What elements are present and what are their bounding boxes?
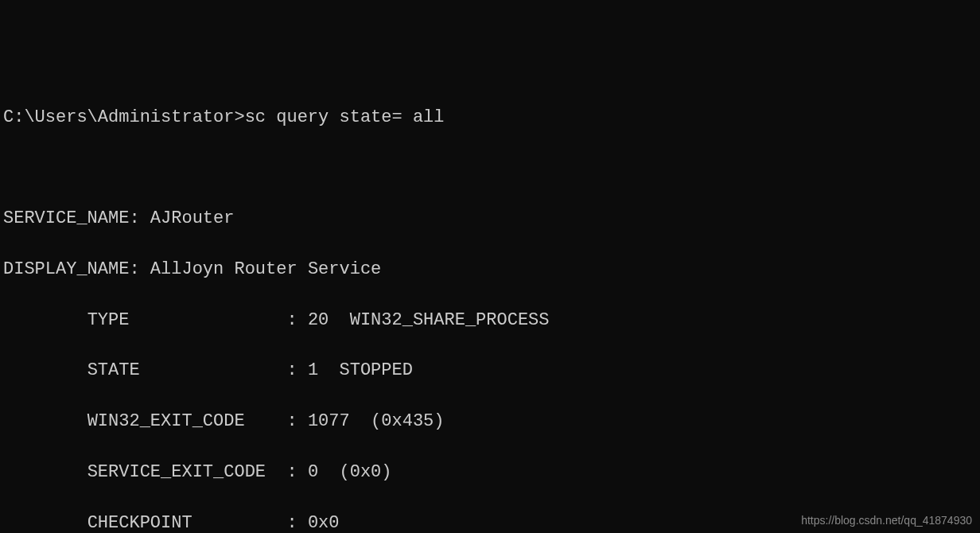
field-value: 1077 (0x435): [308, 411, 445, 431]
field-line: WIN32_EXIT_CODE : 1077 (0x435): [3, 409, 980, 434]
command-prompt-line: C:\Users\Administrator>sc query state= a…: [3, 105, 980, 130]
service-name-line: SERVICE_NAME: AJRouter: [3, 206, 980, 231]
service-name-value: AJRouter: [150, 208, 235, 228]
display-name-value: AllJoyn Router Service: [150, 259, 381, 279]
field-value: 0x0: [308, 513, 340, 533]
display-name-label: DISPLAY_NAME:: [3, 259, 140, 279]
field-label: CHECKPOINT: [88, 513, 192, 533]
field-line: TYPE : 20 WIN32_SHARE_PROCESS: [3, 308, 980, 333]
field-label: WIN32_EXIT_CODE: [88, 411, 245, 431]
watermark-text: https://blog.csdn.net/qq_41874930: [801, 512, 972, 528]
display-name-line: DISPLAY_NAME: AllJoyn Router Service: [3, 257, 980, 282]
command-text: sc query state= all: [245, 107, 445, 127]
field-label: SERVICE_EXIT_CODE: [88, 462, 266, 482]
field-label: STATE: [88, 360, 140, 380]
field-label: TYPE: [88, 310, 130, 330]
prompt-path: C:\Users\Administrator>: [3, 107, 245, 127]
field-line: SERVICE_EXIT_CODE : 0 (0x0): [3, 460, 980, 485]
field-value: 0 (0x0): [308, 462, 392, 482]
field-value: 20 WIN32_SHARE_PROCESS: [308, 310, 550, 330]
service-name-label: SERVICE_NAME:: [3, 208, 140, 228]
field-value: 1 STOPPED: [308, 360, 413, 380]
blank-line: [3, 155, 980, 181]
field-line: STATE : 1 STOPPED: [3, 358, 980, 383]
